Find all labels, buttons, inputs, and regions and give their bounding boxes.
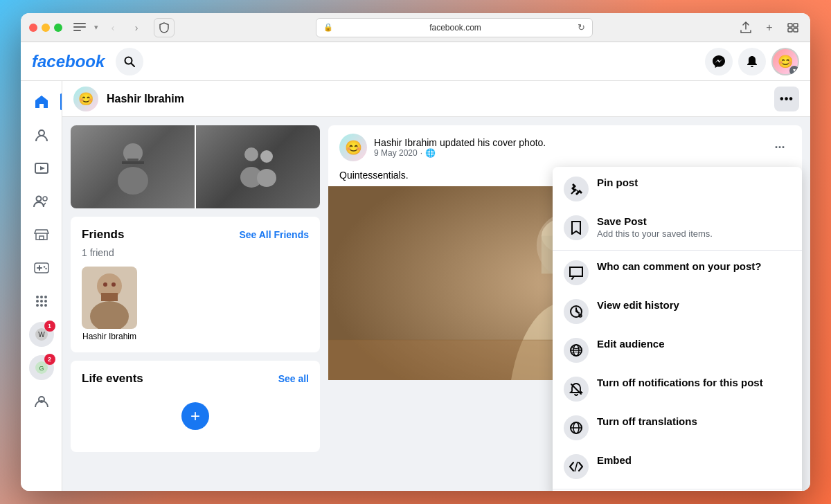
title-bar: ▾ ‹ › 🔒 facebook.com ↻ +	[21, 13, 810, 42]
menu-item-view-edit-history[interactable]: View edit history	[553, 292, 802, 331]
post-menu-button[interactable]: ···	[769, 136, 791, 159]
friends-title: Friends	[82, 228, 124, 242]
svg-point-32	[118, 167, 148, 195]
menu-item-pin-post[interactable]: Pin post	[553, 170, 802, 208]
cover-photo-area	[71, 125, 320, 208]
header-right: 😊 ▾	[705, 48, 799, 75]
svg-rect-42	[101, 293, 118, 301]
tabs-button[interactable]	[784, 19, 802, 37]
svg-point-15	[43, 266, 44, 267]
address-bar[interactable]: 🔒 facebook.com ↻	[316, 18, 593, 37]
menu-divider-1	[553, 250, 802, 251]
svg-point-17	[36, 296, 39, 298]
sidebar-item-groups[interactable]: G 2	[26, 352, 57, 383]
svg-rect-2	[788, 28, 792, 32]
post-meta: Hashir Ibrahim updated his cover photo. …	[374, 137, 762, 158]
life-events-title: Life events	[82, 372, 143, 386]
sidebar-item-profile[interactable]	[26, 120, 57, 150]
sidebar-item-marketplace[interactable]	[26, 219, 57, 250]
post-time: 9 May 2020 · 🌐	[374, 148, 762, 158]
maximize-button[interactable]	[54, 24, 62, 32]
menu-item-edit-audience[interactable]: Edit audience	[553, 331, 802, 370]
friends-count: 1 friend	[82, 247, 309, 258]
svg-point-37	[260, 150, 273, 163]
life-events-header: Life events See all	[82, 372, 309, 386]
notifications-button[interactable]	[738, 48, 766, 75]
svg-point-22	[44, 300, 47, 303]
browser-window: ▾ ‹ › 🔒 facebook.com ↻ + facebook	[21, 13, 810, 491]
svg-rect-11	[39, 236, 44, 240]
shield-icon	[154, 18, 175, 37]
menu-item-turn-off-notifications[interactable]: Turn off notifications for this post	[553, 370, 802, 408]
sidebar-item-people[interactable]	[26, 386, 57, 416]
comment-icon	[564, 260, 589, 285]
cover-photos-grid	[71, 125, 320, 208]
svg-point-35	[244, 147, 258, 161]
sidebar-item-friends[interactable]	[26, 186, 57, 217]
share-button[interactable]	[737, 19, 755, 37]
svg-marker-8	[40, 166, 45, 170]
fb-content: 😊 Hashir Ibrahim •••	[62, 81, 810, 491]
sidebar-item-apps[interactable]	[26, 286, 57, 316]
facebook-app: facebook 😊 ▾	[21, 42, 810, 491]
svg-point-16	[45, 268, 46, 269]
svg-rect-3	[794, 28, 798, 32]
sidebar-item-home[interactable]	[26, 87, 57, 117]
save-post-sublabel: Add this to your saved items.	[597, 228, 791, 239]
friend-grid: Hashir Ibrahim	[82, 267, 309, 341]
bookmark-icon	[564, 215, 589, 240]
context-menu: Pin post Save Post Add this to your save…	[553, 167, 802, 491]
see-all-life-events-link[interactable]: See all	[278, 373, 309, 384]
profile-bar-menu-button[interactable]: •••	[774, 87, 799, 111]
fb-main: W 1 G 2 😊 Hashir I	[21, 81, 810, 491]
pin-icon	[564, 177, 589, 201]
url-text: facebook.com	[337, 23, 573, 33]
menu-text-who-can-comment: Who can comment on your post?	[597, 260, 791, 272]
svg-point-38	[257, 169, 276, 187]
chevron-down-icon: ▾	[789, 66, 799, 75]
profile-bar-avatar: 😊	[73, 87, 98, 111]
reload-button[interactable]: ↻	[578, 22, 585, 33]
notification-badge: 1	[44, 321, 55, 332]
back-button[interactable]: ‹	[104, 19, 122, 37]
see-all-friends-link[interactable]: See All Friends	[239, 229, 309, 240]
photo-person	[71, 125, 195, 208]
menu-item-embed[interactable]: Embed	[553, 447, 802, 486]
menu-text-view-edit-history: View edit history	[597, 299, 791, 311]
profile-left-column: Friends See All Friends 1 friend	[71, 125, 320, 483]
svg-point-24	[40, 304, 43, 307]
close-button[interactable]	[29, 24, 37, 32]
save-post-label: Save Post	[597, 215, 791, 227]
post-author-name: Hashir Ibrahim updated his cover photo.	[374, 137, 762, 148]
account-menu-button[interactable]: 😊 ▾	[771, 48, 799, 75]
post-action: updated his cover photo.	[440, 137, 546, 148]
svg-line-5	[132, 63, 135, 66]
forward-button[interactable]: ›	[127, 19, 145, 37]
menu-item-save-post[interactable]: Save Post Add this to your saved items.	[553, 208, 802, 247]
turn-off-notifications-label: Turn off notifications for this post	[597, 377, 791, 388]
cover-photo-right	[196, 125, 320, 208]
audience-icon: 🌐	[425, 148, 436, 158]
profile-right-column: 😊 Hashir Ibrahim updated his cover photo…	[328, 125, 802, 483]
menu-item-turn-off-translations[interactable]: Turn off translations	[553, 408, 802, 447]
edit-history-icon	[564, 299, 589, 324]
minimize-button[interactable]	[42, 24, 50, 32]
search-button[interactable]	[116, 48, 143, 75]
messenger-button[interactable]	[705, 48, 733, 75]
svg-rect-0	[788, 24, 792, 27]
menu-item-who-can-comment[interactable]: Who can comment on your post?	[553, 253, 802, 292]
fb-header: facebook 😊 ▾	[21, 42, 810, 81]
menu-divider-2	[553, 489, 802, 489]
sidebar-item-gaming[interactable]	[26, 253, 57, 283]
add-life-event-button[interactable]: +	[181, 402, 209, 430]
post-author-avatar: 😊	[339, 134, 367, 161]
sidebar-item-notifications[interactable]: W 1	[26, 319, 57, 350]
sidebar-item-watch[interactable]	[26, 153, 57, 183]
left-sidebar: W 1 G 2	[21, 81, 62, 491]
new-tab-button[interactable]: +	[760, 19, 778, 37]
sidebar-toggle-button[interactable]	[73, 23, 86, 33]
pin-post-label: Pin post	[597, 177, 791, 188]
list-item[interactable]: Hashir Ibrahim	[82, 267, 137, 341]
turn-off-translations-label: Turn off translations	[597, 415, 791, 427]
svg-text:W: W	[38, 331, 45, 339]
